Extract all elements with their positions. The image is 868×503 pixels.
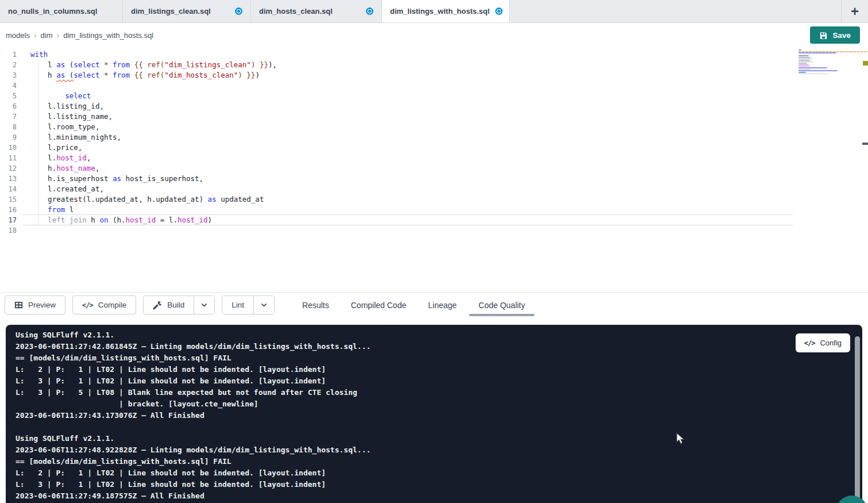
- file-tab-label: dim_listings_clean.sql: [131, 7, 211, 16]
- code-brackets-icon: </>: [804, 339, 815, 347]
- code-text: select: [30, 91, 91, 101]
- code-line-18[interactable]: 18: [0, 225, 868, 236]
- code-text: h.host_name,: [30, 163, 99, 174]
- save-button[interactable]: Save: [810, 26, 860, 44]
- compile-button[interactable]: </> Compile: [72, 295, 136, 314]
- lint-dropdown-chevron[interactable]: [253, 296, 274, 314]
- unsaved-changes-icon[interactable]: [495, 7, 503, 15]
- hammer-icon: [153, 301, 162, 310]
- code-line-6[interactable]: 6 l.listing_id,: [0, 101, 868, 112]
- code-line-13[interactable]: 13 h.is_superhost as host_is_superhost,: [0, 174, 868, 184]
- code-line-4[interactable]: 4: [0, 80, 868, 91]
- breadcrumb-item[interactable]: dim: [41, 31, 53, 40]
- sql-code-editor[interactable]: 1with2 l as (select * from {{ ref("dim_l…: [0, 47, 868, 292]
- line-number: 9: [0, 132, 17, 143]
- line-number: 1: [0, 49, 17, 60]
- terminal-log-line: Using SQLFluff v2.1.1.: [16, 329, 862, 341]
- terminal-log-line: == [models/dim/dim_listings_with_hosts.s…: [16, 352, 862, 364]
- file-tab-label: no_nulls_in_columns.sql: [8, 7, 97, 16]
- code-text: h.is_superhost as host_is_superhost,: [30, 174, 203, 184]
- breadcrumb-item[interactable]: models: [6, 31, 30, 40]
- code-line-1[interactable]: 1with: [0, 49, 868, 60]
- terminal-log-line: == [models/dim/dim_listings_with_hosts.s…: [16, 456, 862, 467]
- result-tab-results[interactable]: Results: [301, 301, 330, 310]
- line-number: 18: [0, 225, 17, 236]
- code-line-17[interactable]: 17 left join h on (h.host_id = l.host_id…: [0, 215, 868, 225]
- code-text: l.listing_name,: [30, 112, 113, 122]
- line-number: 13: [0, 174, 17, 184]
- terminal-log-line: 2023-06-06T11:27:42.861845Z — Linting mo…: [16, 341, 862, 352]
- breadcrumb-separator-icon: ›: [57, 30, 60, 40]
- code-line-16[interactable]: 16 from l: [0, 205, 868, 215]
- code-line-7[interactable]: 7 l.listing_name,: [0, 112, 868, 122]
- terminal-log-line: L: 3 | P: 1 | LT02 | Line should not be …: [16, 479, 862, 490]
- editor-minimap[interactable]: [798, 49, 840, 76]
- file-tab-label: dim_hosts_clean.sql: [259, 7, 333, 16]
- lint-config-button[interactable]: </> Config: [796, 333, 850, 352]
- terminal-log-line: L: 3 | P: 1 | LT02 | Line should not be …: [16, 375, 862, 387]
- code-text: l as (select * from {{ ref("dim_listings…: [30, 60, 277, 70]
- code-line-10[interactable]: 10 l.price,: [0, 143, 868, 153]
- build-label: Build: [167, 301, 184, 309]
- file-tab-dim_hosts_clean-sql[interactable]: dim_hosts_clean.sql: [251, 0, 382, 22]
- terminal-scrollbar-thumb[interactable]: [855, 336, 860, 500]
- build-button[interactable]: Build: [144, 296, 194, 314]
- build-button-group: Build: [143, 295, 215, 314]
- unsaved-changes-icon[interactable]: [366, 7, 373, 15]
- line-number: 17: [0, 215, 17, 225]
- action-toolbar: Preview </> Compile Build Lint ResultsCo…: [0, 292, 868, 317]
- line-number: 16: [0, 205, 17, 215]
- results-tab-strip: ResultsCompiled CodeLineageCode Quality: [301, 293, 526, 318]
- unsaved-changes-icon[interactable]: [235, 7, 242, 15]
- preview-label: Preview: [28, 301, 56, 309]
- code-line-5[interactable]: 5 select: [0, 91, 868, 101]
- line-number: 4: [0, 80, 17, 91]
- code-line-14[interactable]: 14 l.created_at,: [0, 184, 868, 194]
- terminal-log-line: 2023-06-06T11:27:48.922828Z — Linting mo…: [16, 444, 862, 456]
- code-text: l.created_at,: [30, 184, 104, 194]
- result-tab-code-quality[interactable]: Code Quality: [477, 301, 526, 310]
- code-line-11[interactable]: 11 l.host_id,: [0, 153, 868, 163]
- code-line-2[interactable]: 2 l as (select * from {{ ref("dim_listin…: [0, 60, 868, 70]
- table-grid-icon: [14, 301, 23, 309]
- preview-button[interactable]: Preview: [5, 295, 65, 314]
- tabbar-spacer: [510, 0, 842, 22]
- line-number: 11: [0, 153, 17, 163]
- terminal-log-line: L: 3 | P: 5 | LT08 | Blank line expected…: [16, 387, 862, 398]
- build-dropdown-chevron[interactable]: [194, 296, 214, 314]
- file-tab-dim_listings_with_hosts-sql[interactable]: dim_listings_with_hosts.sql: [382, 0, 510, 22]
- code-text: greatest(l.updated_at, h.updated_at) as …: [30, 194, 264, 205]
- editor-scrollbar-thumb[interactable]: [862, 143, 868, 145]
- file-tab-no_nulls_in_columns-sql[interactable]: no_nulls_in_columns.sql: [0, 0, 123, 22]
- code-text: h as (select * from {{ ref("dim_hosts_cl…: [30, 70, 260, 80]
- line-number: 15: [0, 194, 17, 205]
- code-line-8[interactable]: 8 l.room_type,: [0, 122, 868, 132]
- code-line-15[interactable]: 15 greatest(l.updated_at, h.updated_at) …: [0, 194, 868, 205]
- compile-label: Compile: [98, 301, 127, 309]
- file-tab-label: dim_listings_with_hosts.sql: [390, 7, 489, 16]
- code-text: l.price,: [30, 143, 82, 153]
- breadcrumb-item[interactable]: dim_listings_with_hosts.sql: [63, 31, 153, 40]
- code-brackets-icon: </>: [82, 301, 93, 309]
- terminal-log-line: Using SQLFluff v2.1.1.: [16, 433, 862, 444]
- overview-ruler-warning-marker: [863, 61, 868, 66]
- minimap-warning-line: [798, 51, 868, 52]
- floppy-disk-icon: [819, 31, 828, 40]
- code-line-12[interactable]: 12 h.host_name,: [0, 163, 868, 174]
- lint-output-terminal: Using SQLFluff v2.1.1.2023-06-06T11:27:4…: [6, 325, 862, 503]
- breadcrumb: models›dim›dim_listings_with_hosts.sql: [6, 30, 153, 40]
- result-tab-lineage[interactable]: Lineage: [427, 301, 458, 310]
- code-text: left join h on (h.host_id = l.host_id): [30, 215, 212, 225]
- result-tab-compiled-code[interactable]: Compiled Code: [350, 301, 408, 310]
- code-line-9[interactable]: 9 l.minimum_nights,: [0, 132, 868, 143]
- new-tab-button[interactable]: +: [842, 0, 868, 22]
- file-tab-dim_listings_clean-sql[interactable]: dim_listings_clean.sql: [123, 0, 251, 22]
- line-number: 6: [0, 101, 17, 112]
- lint-button[interactable]: Lint: [222, 296, 253, 314]
- terminal-log-line: 2023-06-06T11:27:49.187575Z — All Finish…: [16, 490, 862, 502]
- terminal-log-line: L: 2 | P: 1 | LT02 | Line should not be …: [16, 364, 862, 375]
- code-line-3[interactable]: 3 h as (select * from {{ ref("dim_hosts_…: [0, 70, 868, 80]
- terminal-log-line: [16, 421, 862, 433]
- line-number: 14: [0, 184, 17, 194]
- line-number: 10: [0, 143, 17, 153]
